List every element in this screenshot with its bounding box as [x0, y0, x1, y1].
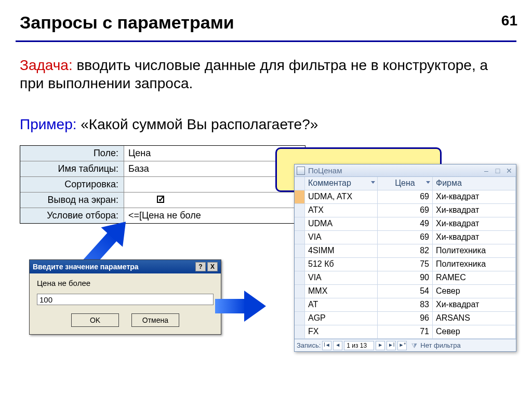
- row-selector[interactable]: [295, 231, 305, 244]
- grid-label-field: Поле:: [20, 146, 124, 161]
- table-row[interactable]: UDMA49Хи-квадрат: [295, 217, 516, 231]
- cell[interactable]: 83: [378, 298, 433, 312]
- cell[interactable]: MMX: [305, 285, 378, 298]
- col-header-firm[interactable]: Фирма: [433, 177, 516, 190]
- example-paragraph: Пример: «Какой суммой Вы располагаете?»: [20, 115, 508, 133]
- slide-title: Запросы с параметрами: [20, 12, 234, 33]
- cell[interactable]: Хи-квадрат: [433, 190, 516, 204]
- task-label: Задача:: [20, 57, 73, 73]
- cell[interactable]: UDMA, ATX: [305, 190, 378, 204]
- cell[interactable]: Хи-квадрат: [433, 217, 516, 231]
- cell[interactable]: Север: [433, 325, 516, 339]
- chevron-down-icon[interactable]: [426, 181, 430, 184]
- cell[interactable]: 69: [378, 204, 433, 217]
- dialog-close-button[interactable]: X: [207, 262, 218, 271]
- table-row[interactable]: FX71Север: [295, 325, 516, 339]
- cell[interactable]: 96: [378, 312, 433, 325]
- close-icon[interactable]: ✕: [504, 167, 514, 175]
- chevron-down-icon[interactable]: [371, 181, 375, 184]
- select-all-cell[interactable]: [295, 177, 305, 190]
- parameter-input[interactable]: [37, 294, 214, 305]
- query-design-grid: Поле: Цена Имя таблицы: База Сортировка:…: [20, 145, 305, 224]
- row-selector[interactable]: [295, 325, 305, 339]
- cell[interactable]: AT: [305, 298, 378, 312]
- cell[interactable]: Хи-квадрат: [433, 231, 516, 244]
- cell[interactable]: 69: [378, 190, 433, 204]
- nav-first-button[interactable]: I◄: [322, 341, 331, 350]
- cell[interactable]: Политехника: [433, 244, 516, 258]
- minimize-icon[interactable]: –: [482, 167, 491, 175]
- record-navigator: Запись: I◄ ◄ ► ►I ►* ⧩ Нет фильтра: [295, 339, 516, 351]
- cell[interactable]: ARSANS: [433, 312, 516, 325]
- dialog-titlebar[interactable]: Введите значение параметра ? X: [30, 260, 221, 273]
- table-row[interactable]: VIA69Хи-квадрат: [295, 231, 516, 244]
- datasheet-icon: [297, 167, 305, 175]
- table-row[interactable]: AGP96ARSANS: [295, 312, 516, 325]
- grid-cell-criteria[interactable]: <=[Цена не боле: [124, 208, 305, 223]
- show-checkbox-icon[interactable]: [157, 196, 164, 203]
- col-header-comment[interactable]: Комментар: [305, 177, 378, 190]
- cell[interactable]: ATX: [305, 204, 378, 217]
- nav-new-button[interactable]: ►*: [397, 341, 407, 350]
- row-selector[interactable]: [295, 285, 305, 298]
- grid-cell-show[interactable]: [124, 193, 305, 208]
- table-row[interactable]: VIA90RAMEC: [295, 271, 516, 285]
- nav-next-button[interactable]: ►: [376, 341, 385, 350]
- row-selector[interactable]: [295, 258, 305, 271]
- filter-icon: ⧩: [411, 342, 419, 349]
- cell[interactable]: 71: [378, 325, 433, 339]
- ok-button[interactable]: OK: [71, 313, 119, 327]
- parameter-dialog: Введите значение параметра ? X Цена не б…: [29, 259, 221, 335]
- example-text: «Какой суммой Вы располагаете?»: [77, 116, 318, 132]
- record-position-input[interactable]: [344, 341, 374, 350]
- nav-last-button[interactable]: ►I: [387, 341, 396, 350]
- maximize-icon[interactable]: □: [493, 167, 502, 175]
- cell[interactable]: 512 Кб: [305, 258, 378, 271]
- title-rule: [16, 40, 516, 42]
- dialog-help-button[interactable]: ?: [195, 262, 206, 271]
- table-row[interactable]: MMX54Север: [295, 285, 516, 298]
- result-header-row: Комментар Цена Фирма: [295, 177, 516, 190]
- dialog-prompt: Цена не более: [37, 279, 214, 287]
- col-header-price[interactable]: Цена: [378, 177, 433, 190]
- cell[interactable]: RAMEC: [433, 271, 516, 285]
- cell[interactable]: UDMA: [305, 217, 378, 231]
- grid-label-sort: Сортировка:: [20, 177, 124, 192]
- cell[interactable]: Хи-квадрат: [433, 204, 516, 217]
- table-row[interactable]: UDMA, ATX69Хи-квадрат: [295, 190, 516, 204]
- cancel-button[interactable]: Отмена: [131, 313, 179, 327]
- cell[interactable]: AGP: [305, 312, 378, 325]
- row-selector[interactable]: [295, 298, 305, 312]
- task-paragraph: Задача: вводить числовые данные для филь…: [20, 56, 508, 92]
- cell[interactable]: VIA: [305, 271, 378, 285]
- grid-label-show: Вывод на экран:: [20, 193, 124, 208]
- row-selector[interactable]: [295, 190, 305, 204]
- cell[interactable]: FX: [305, 325, 378, 339]
- record-label: Запись:: [297, 341, 321, 349]
- table-row[interactable]: ATX69Хи-квадрат: [295, 204, 516, 217]
- cell[interactable]: Север: [433, 285, 516, 298]
- cell[interactable]: 49: [378, 217, 433, 231]
- table-row[interactable]: 512 Кб75Политехника: [295, 258, 516, 271]
- result-titlebar[interactable]: ПоЦенам – □ ✕: [295, 164, 516, 177]
- page-number: 61: [501, 12, 517, 29]
- cell[interactable]: 90: [378, 271, 433, 285]
- table-row[interactable]: AT83Хи-квадрат: [295, 298, 516, 312]
- cell[interactable]: Политехника: [433, 258, 516, 271]
- filter-status: Нет фильтра: [420, 341, 460, 349]
- row-selector[interactable]: [295, 244, 305, 258]
- row-selector[interactable]: [295, 312, 305, 325]
- cell[interactable]: 82: [378, 244, 433, 258]
- nav-prev-button[interactable]: ◄: [333, 341, 342, 350]
- cell[interactable]: 69: [378, 231, 433, 244]
- row-selector[interactable]: [295, 204, 305, 217]
- row-selector[interactable]: [295, 271, 305, 285]
- cell[interactable]: 4SIMM: [305, 244, 378, 258]
- cell[interactable]: Хи-квадрат: [433, 298, 516, 312]
- table-row[interactable]: 4SIMM82Политехника: [295, 244, 516, 258]
- dialog-title-text: Введите значение параметра: [33, 263, 139, 271]
- cell[interactable]: 75: [378, 258, 433, 271]
- cell[interactable]: 54: [378, 285, 433, 298]
- cell[interactable]: VIA: [305, 231, 378, 244]
- row-selector[interactable]: [295, 217, 305, 231]
